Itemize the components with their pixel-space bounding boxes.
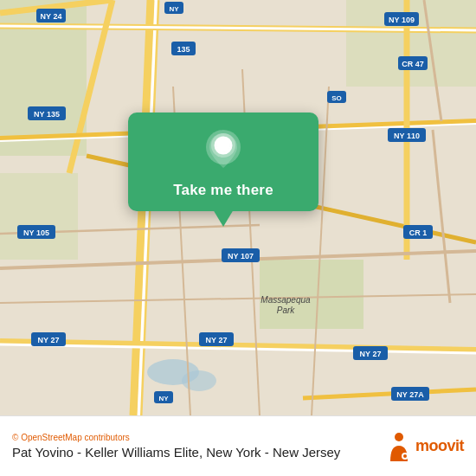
svg-text:NY 105: NY 105 (23, 228, 49, 237)
svg-text:Park: Park (277, 306, 296, 315)
svg-text:NY 109: NY 109 (389, 16, 415, 24)
svg-text:NY: NY (169, 5, 179, 13)
svg-text:NY 107: NY 107 (228, 252, 254, 261)
bottom-bar: © OpenStreetMap contributors Pat Yovino … (0, 415, 476, 476)
svg-rect-2 (0, 173, 78, 260)
svg-rect-4 (260, 260, 363, 329)
moovit-icon (386, 432, 412, 461)
svg-text:NY 110: NY 110 (394, 132, 420, 140)
svg-text:NY 135: NY 135 (34, 110, 60, 119)
moovit-text: moovit (415, 437, 464, 455)
map-container: NY 24 NY NY 109 135 CR 47 SO NY 135 NY 1… (0, 0, 476, 415)
svg-text:NY 27A: NY 27A (396, 390, 424, 399)
svg-text:135: 135 (177, 45, 190, 54)
svg-point-6 (182, 370, 216, 391)
moovit-logo: moovit (386, 432, 464, 461)
take-me-there-label: Take me there (173, 182, 273, 199)
location-pin-icon (201, 128, 246, 173)
location-name: Pat Yovino - Keller Williams Elite, New … (12, 445, 386, 460)
svg-point-69 (395, 433, 403, 441)
map-attribution: © OpenStreetMap contributors (12, 433, 386, 442)
svg-text:NY 27: NY 27 (38, 336, 60, 344)
svg-text:NY 27: NY 27 (360, 350, 382, 358)
svg-text:NY: NY (158, 395, 169, 402)
svg-point-71 (403, 454, 407, 458)
svg-text:SO: SO (331, 94, 342, 102)
svg-text:NY 27: NY 27 (206, 336, 228, 344)
bottom-text: © OpenStreetMap contributors Pat Yovino … (12, 433, 386, 460)
svg-text:NY 24: NY 24 (41, 12, 62, 21)
navigation-callout[interactable]: Take me there (128, 113, 318, 211)
svg-text:Massapequa: Massapequa (261, 295, 311, 305)
svg-text:CR 1: CR 1 (409, 228, 428, 237)
svg-text:CR 47: CR 47 (402, 60, 424, 68)
